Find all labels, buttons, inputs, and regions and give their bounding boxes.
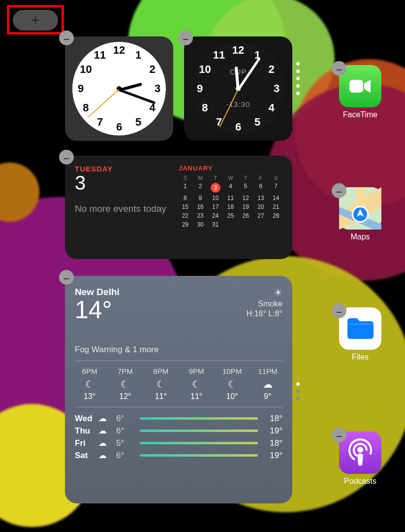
clock-face: 121234567891011	[72, 42, 166, 135]
weather-temp: 14°	[75, 298, 120, 322]
clock-numeral: 2	[149, 63, 155, 76]
weather-condition: Smoke	[247, 299, 282, 308]
clock-numeral: 6	[116, 121, 122, 133]
calendar-cell: 4	[224, 183, 237, 193]
calendar-cell: 18	[224, 203, 237, 210]
clock-widget-world[interactable]: – CUP -13:30 121234567891011	[184, 36, 292, 141]
calendar-cell: 17	[209, 203, 222, 210]
clock-numeral: 7	[97, 116, 103, 129]
calendar-cell	[254, 221, 268, 228]
app-files[interactable]: – Files	[336, 307, 385, 362]
weather-hour: 10PM☾10°	[218, 367, 247, 401]
clock-numeral: 9	[78, 82, 84, 95]
calendar-cell: 28	[269, 212, 282, 219]
clock-numeral: 9	[197, 82, 203, 95]
clock-numeral: 11	[213, 49, 225, 62]
clock-numeral: 8	[202, 101, 208, 114]
weather-hour: 8PM☾11°	[146, 367, 176, 401]
weather-widget[interactable]: – New Delhi 14° ☀ Smoke H:16° L:8° Fog W…	[65, 276, 292, 503]
remove-widget-button[interactable]: –	[59, 31, 74, 45]
calendar-cell: 16	[194, 203, 207, 210]
calendar-dow: T	[239, 175, 252, 181]
clock-numeral: 2	[268, 63, 274, 76]
app-label: Podcasts	[336, 477, 385, 486]
app-podcasts[interactable]: – Podcasts	[336, 432, 385, 486]
clock-numeral: 3	[274, 82, 280, 95]
weather-daily: Wed☁6°18°Thu☁6°19°Fri☁5°18°Sat☁6°19°	[75, 413, 282, 461]
calendar-cell: 30	[194, 221, 207, 228]
remove-widget-button[interactable]: –	[59, 150, 74, 165]
remove-widget-button[interactable]: –	[59, 270, 74, 285]
clock-numeral: 5	[254, 116, 260, 129]
calendar-cell: 5	[239, 183, 252, 193]
calendar-month: JANUARY	[179, 165, 282, 172]
weather-day-row: Wed☁6°18°	[75, 413, 282, 424]
highlight-box	[7, 5, 64, 34]
calendar-cell: 1	[179, 183, 192, 193]
calendar-cell: 29	[179, 221, 192, 228]
calendar-cell: 7	[269, 183, 282, 193]
weather-hourly: 6PM☾13°7PM☾12°8PM☾11°9PM☾11°10PM☾10°11PM…	[75, 367, 282, 401]
calendar-dow: S	[179, 175, 192, 181]
remove-app-button[interactable]: –	[332, 61, 346, 76]
widget-page-dots[interactable]	[296, 62, 300, 95]
remove-app-button[interactable]: –	[332, 303, 346, 318]
calendar-dow: W	[224, 175, 237, 181]
calendar-cell: 27	[254, 212, 268, 219]
svg-point-8	[357, 447, 363, 453]
calendar-cell: 11	[224, 195, 237, 201]
calendar-cell: 10	[209, 195, 222, 201]
weather-hour: 7PM☾12°	[110, 367, 140, 401]
clock-widget-local[interactable]: – 121234567891011	[65, 36, 173, 141]
calendar-cell: 25	[224, 212, 237, 219]
clock-numeral: 3	[155, 82, 160, 95]
app-label: Maps	[336, 233, 385, 241]
clock-numeral: 10	[199, 63, 211, 76]
calendar-message: No more events today	[75, 203, 179, 215]
calendar-dow: T	[209, 175, 222, 181]
calendar-cell: 23	[194, 212, 207, 219]
clock-numeral: 4	[268, 101, 274, 114]
clock-numeral: 11	[94, 49, 106, 62]
calendar-date: 3	[75, 172, 179, 194]
calendar-cell: 3	[209, 183, 222, 193]
app-label: FaceTime	[336, 110, 385, 119]
calendar-cell: 9	[194, 195, 207, 201]
widget-page-dots[interactable]	[296, 382, 300, 400]
calendar-cell	[224, 221, 237, 228]
clock-numeral: 5	[135, 116, 141, 129]
app-maps[interactable]: – Maps	[336, 187, 385, 241]
calendar-dow: S	[269, 175, 282, 181]
svg-rect-0	[349, 80, 363, 93]
weather-day-row: Fri☁5°18°	[75, 438, 282, 448]
calendar-cell: 26	[239, 212, 252, 219]
remove-widget-button[interactable]: –	[178, 31, 193, 45]
weather-hilo: H:16° L:8°	[247, 309, 282, 318]
calendar-cell	[269, 221, 282, 228]
calendar-cell: 6	[254, 183, 268, 193]
calendar-cell: 13	[254, 195, 268, 201]
calendar-cell: 15	[179, 203, 192, 210]
calendar-cell: 20	[254, 203, 268, 210]
clock-numeral: 12	[113, 44, 125, 57]
calendar-grid: SMTWTFS123456789101112131415161718192021…	[179, 175, 282, 228]
calendar-cell: 22	[179, 212, 192, 219]
weather-day-row: Sat☁6°19°	[75, 450, 282, 461]
sun-icon: ☀	[247, 287, 282, 299]
weather-hour: 9PM☾11°	[182, 367, 211, 401]
clock-numeral: 1	[135, 49, 141, 62]
calendar-cell: 19	[239, 203, 252, 210]
calendar-widget[interactable]: – TUESDAY 3 No more events today JANUARY…	[65, 156, 292, 259]
remove-app-button[interactable]: –	[332, 428, 346, 442]
weather-hour: 11PM☁9°	[253, 367, 282, 401]
calendar-cell: 8	[179, 195, 192, 201]
folder-icon	[346, 317, 374, 340]
clock-face: CUP -13:30 121234567891011	[191, 42, 285, 135]
remove-app-button[interactable]: –	[332, 183, 346, 198]
calendar-cell: 31	[209, 221, 222, 228]
calendar-cell: 12	[239, 195, 252, 201]
weather-day-row: Thu☁6°19°	[75, 426, 282, 436]
calendar-cell: 24	[209, 212, 222, 219]
app-facetime[interactable]: – FaceTime	[336, 65, 385, 119]
podcast-icon	[347, 438, 374, 467]
